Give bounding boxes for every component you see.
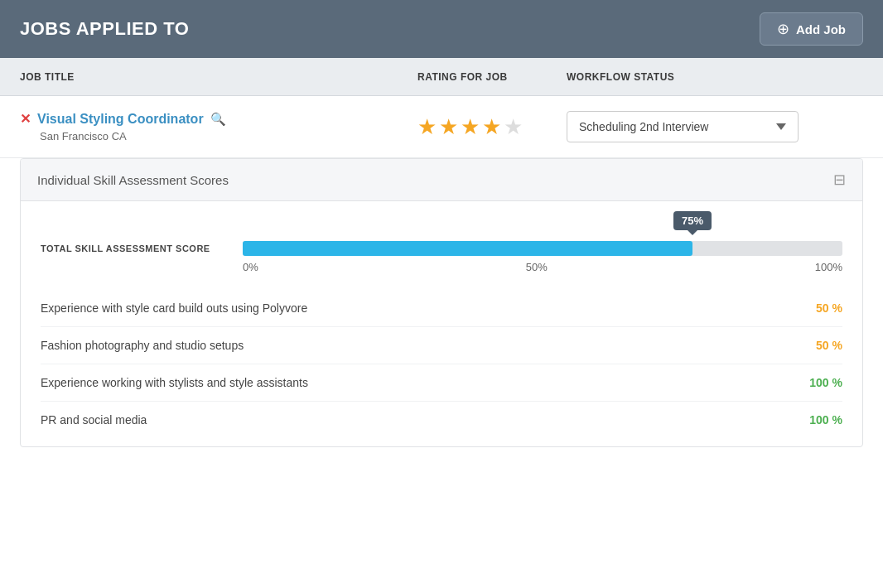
page-title: JOBS APPLIED TO xyxy=(20,18,189,40)
col-header-rating: RATING FOR JOB xyxy=(417,71,567,83)
star-3[interactable]: ★ xyxy=(461,114,480,140)
progress-label-min: 0% xyxy=(243,261,258,273)
skill-name: PR and social media xyxy=(41,413,147,427)
skill-name: Fashion photography and studio setups xyxy=(41,339,244,352)
job-title-line: ✕ Visual Styling Coordinator 🔍 xyxy=(20,111,417,127)
progress-bar-bg xyxy=(243,241,842,256)
skill-name: Experience working with stylists and sty… xyxy=(41,376,308,389)
skill-row: Fashion photography and studio setups50 … xyxy=(41,327,842,364)
total-score-row: TOTAL SKILL ASSESSMENT SCORE 75% xyxy=(41,241,842,256)
col-header-job-title: JOB TITLE xyxy=(20,71,417,83)
progress-area: TOTAL SKILL ASSESSMENT SCORE 75% 0% 50% … xyxy=(21,201,862,282)
column-headers: JOB TITLE RATING FOR JOB WORKFLOW STATUS xyxy=(0,58,883,96)
job-row: ✕ Visual Styling Coordinator 🔍 San Franc… xyxy=(0,96,883,158)
skill-row: PR and social media100 % xyxy=(41,402,842,438)
job-title-link[interactable]: Visual Styling Coordinator xyxy=(37,112,204,127)
progress-bar-fill xyxy=(243,241,692,256)
rating-area: ★ ★ ★ ★ ★ xyxy=(417,114,567,140)
progress-labels: 0% 50% 100% xyxy=(243,256,842,273)
total-score-label: TOTAL SKILL ASSESSMENT SCORE xyxy=(41,243,223,253)
skill-section-title: Individual Skill Assessment Scores xyxy=(37,173,229,187)
skill-score: 50 % xyxy=(816,339,842,352)
star-4[interactable]: ★ xyxy=(482,114,501,140)
add-job-button[interactable]: ⊕ Add Job xyxy=(760,12,863,46)
collapse-icon[interactable]: ⊟ xyxy=(833,171,846,189)
skill-assessment-section: Individual Skill Assessment Scores ⊟ TOT… xyxy=(20,158,863,447)
progress-label-max: 100% xyxy=(815,261,842,273)
plus-circle-icon: ⊕ xyxy=(777,20,789,38)
progress-label-mid: 50% xyxy=(526,261,548,273)
skill-row: Experience working with stylists and sty… xyxy=(41,364,842,402)
workflow-area: Scheduling 2nd Interview Application Rec… xyxy=(567,111,863,142)
search-icon[interactable]: 🔍 xyxy=(210,112,226,127)
skill-score: 50 % xyxy=(816,301,842,315)
star-2[interactable]: ★ xyxy=(439,114,458,140)
progress-tooltip: 75% xyxy=(673,211,712,230)
progress-wrapper: 75% xyxy=(243,241,842,256)
job-location: San Francisco CA xyxy=(20,130,417,142)
add-job-label: Add Job xyxy=(796,22,846,36)
skill-score: 100 % xyxy=(809,413,842,427)
skill-row: Experience with style card build outs us… xyxy=(41,290,842,327)
page-header: JOBS APPLIED TO ⊕ Add Job xyxy=(0,0,883,58)
job-info: ✕ Visual Styling Coordinator 🔍 San Franc… xyxy=(20,111,417,142)
col-header-workflow: WORKFLOW STATUS xyxy=(567,71,863,83)
workflow-select[interactable]: Scheduling 2nd Interview Application Rec… xyxy=(567,111,799,142)
skill-rows: Experience with style card build outs us… xyxy=(21,282,862,446)
star-5[interactable]: ★ xyxy=(504,114,523,140)
skill-section-header: Individual Skill Assessment Scores ⊟ xyxy=(21,159,862,201)
delete-icon[interactable]: ✕ xyxy=(20,111,31,127)
skill-score: 100 % xyxy=(809,376,842,389)
star-1[interactable]: ★ xyxy=(417,114,437,140)
skill-name: Experience with style card build outs us… xyxy=(41,301,307,315)
